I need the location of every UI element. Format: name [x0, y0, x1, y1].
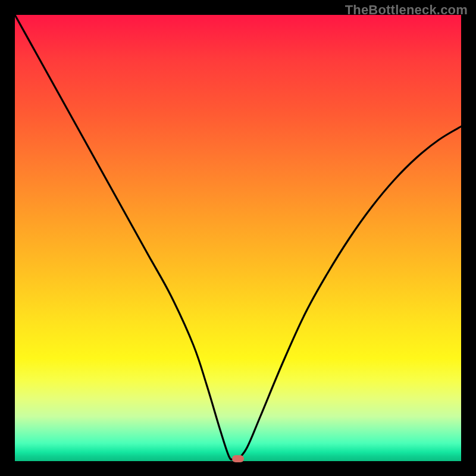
curve-svg [15, 15, 461, 461]
chart-frame: TheBottleneck.com [0, 0, 476, 476]
plot-area [15, 15, 461, 461]
watermark-label: TheBottleneck.com [345, 2, 468, 18]
curve-path [15, 15, 461, 460]
min-marker [232, 455, 244, 462]
